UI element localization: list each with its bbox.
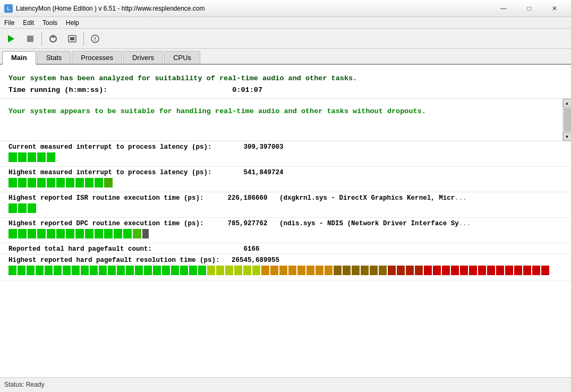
bar-sq [28,203,36,213]
pagefault-bar-square [18,266,25,275]
minimize-button[interactable]: — [491,1,516,16]
analysis-panel: Your system has been analyzed for suitab… [0,65,571,99]
bar-sq [142,229,149,238]
metric-isr-label: Highest reported ISR routine execution t… [8,194,563,202]
pagefault-bar-square [279,266,287,275]
help-button[interactable]: ? [86,30,104,47]
tab-stats[interactable]: Stats [37,51,71,64]
pagefault-bar-square [379,266,387,275]
menu-file[interactable]: File [0,17,19,28]
pagefault-bar-square [370,266,378,275]
metric-dpc: Highest reported DPC routine execution t… [0,218,571,243]
pagefault-bar-square [352,266,360,275]
bar-sq [8,152,17,162]
help-icon: ? [90,34,100,44]
tab-processes[interactable]: Processes [72,51,122,64]
maximize-button[interactable]: □ [517,1,541,16]
pagefault-bar-square [189,266,197,275]
pagefault-bar-square [316,266,323,275]
record-button[interactable] [63,30,81,47]
tab-drivers[interactable]: Drivers [123,51,163,64]
metric-current-interrupt-label: Current measured interrupt to process la… [8,143,563,151]
pagefault-bar-square [325,266,333,275]
play-icon [6,34,16,44]
pagefault-bar-square [135,266,143,275]
bar-sq [37,229,46,238]
pagefault-bar-square [478,266,486,275]
pagefault-bar-square [415,266,423,275]
pagefault-bar-square [117,266,125,275]
metric-pagefault-time: Highest reported hard pagefault resoluti… [0,254,571,281]
pagefault-bar-square [306,266,314,275]
bar-sq [28,229,36,238]
menu-edit[interactable]: Edit [19,17,38,28]
bar-sq [37,152,46,162]
bar-sq [18,229,27,238]
bar-sq [28,152,36,162]
pagefault-bar-square [424,266,432,275]
toolbar-separator-1 [41,32,42,45]
record-icon [67,34,77,44]
current-interrupt-bar-squares [8,152,563,162]
bar-sq [95,178,103,188]
message-scrollbar[interactable]: ▲ ▼ [563,99,571,141]
bar-sq [56,229,65,238]
metrics-panel: Current measured interrupt to process la… [0,141,571,377]
svg-text:?: ? [93,36,97,42]
svg-rect-1 [27,36,33,42]
refresh-button[interactable] [44,30,62,47]
pagefault-bar-square [180,266,188,275]
pagefault-bar-square [343,266,351,275]
pagefault-bar-square [99,266,107,275]
bar-sq [85,178,93,188]
title-bar: L LatencyMon (Home Edition ) v 6.51 - ht… [0,0,571,17]
pagefault-bar-square [216,266,224,275]
pagefault-bar-square [198,266,206,275]
bar-sq [37,178,46,188]
pagefault-bar-square [496,266,504,275]
metric-isr: Highest reported ISR routine execution t… [0,192,571,218]
metric-current-interrupt-bar [8,152,563,163]
svg-rect-5 [70,37,74,40]
isr-bar-squares [8,203,563,213]
metric-dpc-label: Highest reported DPC routine execution t… [8,220,563,227]
bar-sq [104,178,113,188]
refresh-icon [48,34,58,44]
tab-main[interactable]: Main [2,51,36,65]
toolbar-separator-2 [83,32,84,45]
pagefault-bar-square [252,266,260,275]
analysis-line1: Your system has been analyzed for suitab… [8,73,563,84]
menu-help[interactable]: Help [62,17,83,28]
metric-highest-interrupt-bar [8,178,563,189]
scroll-down-arrow[interactable]: ▼ [563,132,572,141]
pagefault-bar-square [54,266,62,275]
highest-interrupt-bar-squares [8,178,563,188]
bar-sq [18,203,27,213]
bar-sq [104,229,113,238]
metric-pagefault-time-label: Highest reported hard pagefault resoluti… [8,257,563,264]
metric-isr-bar [8,203,563,214]
stop-button[interactable] [21,30,39,47]
pagefault-bar-square [234,266,242,275]
pagefault-bar-square [45,266,53,275]
bar-sq [123,229,132,238]
menu-bar: File Edit Tools Help [0,17,571,29]
close-button[interactable]: ✕ [542,1,567,16]
pagefault-bar-square [487,266,495,275]
scroll-thumb[interactable] [564,108,571,132]
pagefault-bar-square [469,266,477,275]
pagefault-bar-square [162,266,170,275]
scroll-up-arrow[interactable]: ▲ [563,99,572,107]
metric-highest-interrupt: Highest measured interrupt to process la… [0,167,571,192]
pagefault-bar-square [108,266,116,275]
pagefault-bar-square [334,266,342,275]
bar-sq [18,178,27,188]
play-button[interactable] [2,30,20,47]
pagefault-bar-square [270,266,278,275]
pagefault-bar-square [532,266,540,275]
pagefault-bar-square [171,266,179,275]
menu-tools[interactable]: Tools [38,17,62,28]
app-title: LatencyMon (Home Edition ) v 6.51 - http… [16,5,205,12]
pagefault-bar-square [514,266,522,275]
tab-cpus[interactable]: CPUs [164,51,200,64]
